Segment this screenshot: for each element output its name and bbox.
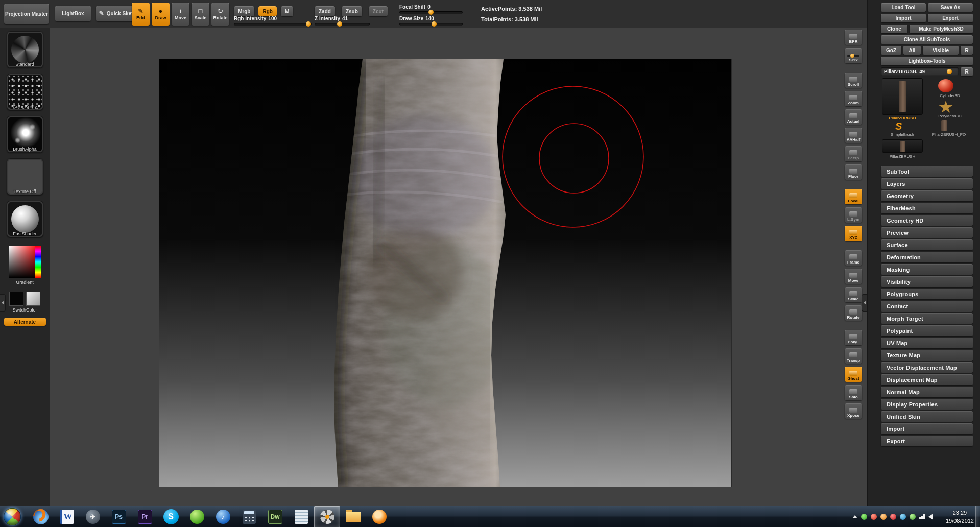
tool-section-button[interactable]: FiberMesh — [881, 203, 973, 213]
draw-size-knob[interactable] — [432, 21, 437, 27]
rgb-intensity-slider[interactable]: Rgb Intensity100 — [234, 16, 312, 26]
rgb-intensity-knob[interactable] — [306, 21, 311, 27]
tool-r-button[interactable]: R — [961, 67, 973, 76]
calculator-taskbar-button[interactable] — [236, 506, 262, 527]
focal-shift-knob[interactable] — [428, 10, 434, 15]
tool-section-button[interactable]: Preview — [881, 227, 973, 238]
right-shelf-button[interactable]: Zoom — [845, 91, 862, 106]
move-mode-button[interactable]: + Move — [172, 3, 189, 26]
tray-sync-icon[interactable] — [900, 514, 906, 520]
right-shelf-button[interactable]: Move — [845, 269, 862, 284]
volume-icon[interactable] — [928, 514, 933, 520]
right-shelf-button[interactable]: Local — [845, 189, 862, 204]
clone-all-subtools-button[interactable]: Clone All SubTools — [881, 35, 973, 44]
tool-section-button[interactable]: Displacement Map — [881, 374, 973, 385]
right-shelf-button[interactable]: Transp — [845, 348, 862, 364]
draw-mode-button[interactable]: ● Draw — [152, 3, 170, 26]
right-tray-collapse-arrow[interactable] — [862, 294, 867, 312]
right-shelf-button[interactable]: Rotate — [845, 305, 862, 321]
main-color-swatch[interactable] — [9, 292, 23, 306]
simplebrush-tool-thumbnail[interactable]: S — [895, 121, 902, 131]
tool-section-button[interactable]: Unified Skin — [881, 411, 973, 422]
taskbar-clock[interactable]: 23:29 19/08/2012 — [946, 509, 974, 525]
zsub-button[interactable]: Zsub — [342, 6, 362, 16]
rgb-button[interactable]: Rgb — [258, 6, 276, 16]
tool-section-button[interactable]: Deformation — [881, 252, 973, 262]
notes-taskbar-button[interactable] — [288, 506, 314, 527]
firefox-taskbar-button[interactable] — [28, 506, 54, 527]
right-shelf-button[interactable]: SPix — [845, 48, 862, 63]
export-button[interactable]: Export — [928, 14, 973, 22]
right-shelf-button[interactable]: Scroll — [845, 73, 862, 88]
premiere-taskbar-button[interactable]: Pr — [132, 506, 158, 527]
right-shelf-button[interactable]: Actual — [845, 109, 862, 125]
shelf-picker-thumbnail[interactable]: Standard — [7, 31, 43, 68]
right-shelf-button[interactable]: Solo — [845, 385, 862, 400]
pillar-po-tool-thumbnail[interactable] — [941, 120, 947, 131]
document-canvas[interactable] — [159, 59, 731, 487]
zbrush-taskbar-button[interactable] — [314, 506, 340, 527]
clone-button[interactable]: Clone — [881, 25, 907, 33]
mrgb-button[interactable]: Mrgb — [234, 6, 254, 16]
tool-section-button[interactable]: Visibility — [881, 276, 973, 287]
pillar-tool-thumbnail[interactable] — [882, 139, 923, 153]
color-picker-sv-square[interactable] — [9, 246, 35, 278]
word-taskbar-button[interactable]: W — [54, 506, 80, 527]
tool-section-button[interactable]: Vector Displacement Map — [881, 362, 973, 373]
edit-mode-button[interactable]: ✎ Edit — [132, 3, 150, 26]
tool-section-button[interactable]: Texture Map — [881, 350, 973, 361]
zcut-button[interactable]: Zcut — [369, 6, 388, 16]
right-shelf-button[interactable]: Persp — [845, 146, 862, 161]
dreamweaver-taskbar-button[interactable]: Dw — [262, 506, 288, 527]
tray-security-icon[interactable] — [871, 514, 877, 520]
lightbox-tools-button[interactable]: Lightbox▸Tools — [881, 57, 973, 65]
right-shelf-button[interactable]: XYZ — [845, 226, 862, 241]
save-as-button[interactable]: Save As — [928, 3, 973, 12]
active-tool-slider-knob[interactable] — [947, 69, 952, 74]
z-intensity-slider[interactable]: Z Intensity41 — [315, 16, 370, 26]
projection-master-button[interactable]: Projection Master — [4, 4, 49, 24]
active-tool-thumbnail[interactable] — [882, 78, 923, 115]
make-polymesh3d-button[interactable]: Make PolyMesh3D — [910, 25, 973, 33]
load-tool-button[interactable]: Load Tool — [881, 3, 926, 12]
secondary-color-swatch[interactable] — [26, 292, 40, 306]
tool-section-button[interactable]: Contact — [881, 301, 973, 312]
shelf-picker-thumbnail[interactable]: Color Spray — [7, 74, 43, 110]
alternate-button[interactable]: Alternate — [4, 318, 46, 326]
goz-visible-button[interactable]: Visible — [923, 46, 959, 55]
network-icon[interactable] — [919, 514, 925, 519]
tool-section-button[interactable]: Layers — [881, 178, 973, 189]
tool-section-button[interactable]: Export — [881, 436, 973, 446]
goz-all-button[interactable]: All — [903, 46, 921, 55]
tray-green-icon[interactable] — [861, 514, 867, 520]
right-shelf-button[interactable]: Xpose — [845, 403, 862, 419]
goz-r-button[interactable]: R — [961, 46, 973, 55]
draw-size-slider[interactable]: Draw Size140 — [399, 16, 463, 26]
start-button[interactable] — [4, 508, 21, 525]
photoshop-taskbar-button[interactable]: Ps — [106, 506, 132, 527]
tool-section-button[interactable]: Import — [881, 423, 973, 434]
polymesh3d-tool-thumbnail[interactable] — [939, 101, 953, 114]
itunes-taskbar-button[interactable]: ♪ — [210, 506, 236, 527]
explorer-taskbar-button[interactable] — [340, 506, 366, 527]
tool-section-button[interactable]: Polygroups — [881, 289, 973, 299]
media-player-taskbar-button[interactable] — [366, 506, 392, 527]
right-shelf-button[interactable]: PolyF — [845, 330, 862, 345]
active-tool-slider[interactable]: PillarZBRUSH.49 — [881, 67, 959, 76]
tool-section-button[interactable]: Polypaint — [881, 325, 973, 336]
tool-section-button[interactable]: UV Map — [881, 338, 973, 348]
right-shelf-button[interactable]: AAHalf — [845, 128, 862, 143]
green-app-taskbar-button[interactable] — [184, 506, 210, 527]
color-picker-hue-bar[interactable] — [35, 246, 41, 278]
hidden-icons-chevron[interactable] — [852, 515, 857, 518]
tool-section-button[interactable]: Surface — [881, 239, 973, 250]
color-picker[interactable] — [9, 246, 41, 278]
right-shelf-button[interactable]: Frame — [845, 250, 862, 266]
right-shelf-button[interactable]: BPR — [845, 30, 862, 45]
shelf-picker-thumbnail[interactable]: BrushAlpha — [7, 116, 43, 153]
tool-section-button[interactable]: Normal Map — [881, 387, 973, 397]
tray-messenger-icon[interactable] — [910, 514, 916, 520]
goz-button[interactable]: GoZ — [881, 46, 901, 55]
skype-taskbar-button[interactable]: S — [158, 506, 184, 527]
right-shelf-button[interactable]: Floor — [845, 164, 862, 180]
